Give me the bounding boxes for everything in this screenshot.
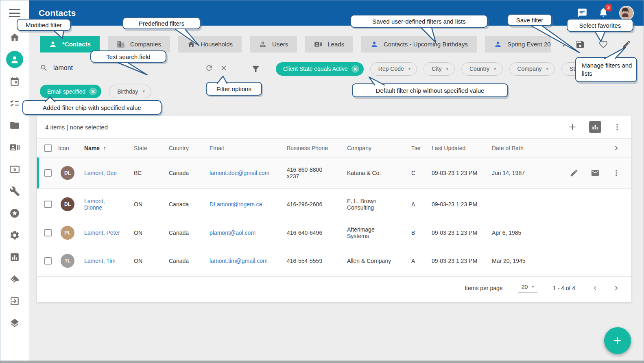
col-company[interactable]: Company bbox=[347, 145, 411, 151]
select-favorites-button[interactable] bbox=[598, 39, 608, 49]
filter-chip-birthday[interactable]: Birthday▾ bbox=[109, 85, 151, 98]
edit-icon[interactable] bbox=[570, 168, 579, 177]
search-icon bbox=[40, 64, 48, 72]
tab-leads[interactable]: Leads bbox=[305, 36, 353, 52]
filter-chip-rep-code[interactable]: Rep Code▾ bbox=[370, 62, 417, 76]
clear-search-button[interactable] bbox=[220, 64, 228, 72]
col-email[interactable]: Email bbox=[210, 145, 287, 151]
callout-added-filter-chip: Added filter chip with specified value bbox=[22, 100, 162, 115]
filter-chip-country[interactable]: Country▾ bbox=[461, 62, 503, 76]
sidebar-item-reports[interactable] bbox=[0, 246, 29, 268]
contacts-active-icon bbox=[6, 51, 23, 68]
contact-name-link[interactable]: Lamont, Tim bbox=[84, 258, 134, 264]
col-state[interactable]: State bbox=[134, 145, 169, 151]
tab-households[interactable]: Households bbox=[178, 36, 242, 52]
email-link[interactable]: lamont.dee@gmail.com bbox=[210, 170, 287, 176]
row-checkbox[interactable] bbox=[44, 257, 52, 265]
sidebar-item-layers[interactable] bbox=[0, 312, 29, 334]
home-icon bbox=[9, 32, 20, 43]
refresh-button[interactable] bbox=[205, 64, 213, 72]
more-options-icon[interactable] bbox=[613, 122, 622, 131]
email-icon[interactable] bbox=[591, 168, 600, 177]
chip-label: Company bbox=[517, 66, 542, 72]
expand-columns-button[interactable] bbox=[551, 144, 631, 153]
filter-chip-email-specified[interactable]: Email specified × bbox=[40, 85, 101, 98]
calendar-icon bbox=[9, 76, 20, 87]
filter-chip-city[interactable]: City▾ bbox=[424, 62, 455, 76]
next-page-button[interactable] bbox=[612, 284, 621, 293]
add-contact-fab[interactable] bbox=[604, 327, 631, 354]
sidebar-item-settings[interactable] bbox=[0, 224, 29, 246]
col-tier[interactable]: Tier bbox=[411, 145, 432, 151]
contact-name-link[interactable]: Lamont, Dee bbox=[84, 170, 134, 176]
menu-icon[interactable] bbox=[9, 9, 20, 17]
filter-chip-client-state[interactable]: Client State equals Active × bbox=[276, 62, 364, 76]
search-input[interactable] bbox=[52, 64, 199, 72]
table-row[interactable]: DL Lamont, Dee BC Canada lamont.dee@gmai… bbox=[37, 157, 631, 189]
results-card: 4 items | none selected Icon Name ↑ Stat… bbox=[37, 116, 631, 302]
sidebar-item-favorites[interactable] bbox=[0, 202, 29, 224]
filter-options-button[interactable] bbox=[251, 64, 260, 74]
table-row[interactable]: PL Lamont, Peter ON Canada plamont@aol.c… bbox=[37, 220, 631, 245]
add-icon[interactable] bbox=[567, 122, 578, 132]
sidebar-item-folder[interactable] bbox=[0, 114, 29, 136]
previous-page-button[interactable] bbox=[591, 284, 600, 293]
select-all-checkbox[interactable] bbox=[44, 144, 52, 152]
sidebar-item-billing[interactable]: $ bbox=[0, 158, 29, 180]
page-title: Contacts bbox=[39, 8, 76, 18]
tab-users[interactable]: Users bbox=[250, 36, 297, 52]
col-business-phone[interactable]: Business Phone bbox=[287, 145, 347, 151]
tab-spring-event[interactable]: Spring Event 2023 Me bbox=[485, 36, 551, 52]
sidebar-item-contacts[interactable] bbox=[0, 48, 29, 70]
table-row[interactable]: DL Lamont, Dionne ON Canada DLamont@roge… bbox=[37, 189, 631, 220]
lead-card-icon bbox=[314, 40, 322, 48]
tab-contacts[interactable]: *Contacts bbox=[40, 36, 100, 52]
sidebar-item-tools[interactable] bbox=[0, 180, 29, 202]
person-icon bbox=[494, 40, 502, 48]
tab-companies[interactable]: Companies bbox=[108, 36, 170, 52]
cell-state: ON bbox=[134, 201, 169, 208]
col-last-updated[interactable]: Last Updated bbox=[432, 145, 492, 151]
save-filter-icon[interactable] bbox=[575, 39, 585, 49]
tabs-overflow-button[interactable] bbox=[559, 39, 569, 49]
table-row[interactable]: TL Lamont, Tim ON Canada lamont.tim@gmai… bbox=[37, 245, 631, 277]
notifications-button[interactable]: 3 bbox=[598, 7, 609, 19]
row-actions bbox=[551, 168, 631, 177]
col-name[interactable]: Name ↑ bbox=[84, 144, 134, 151]
tab-upcoming-birthdays[interactable]: Contacts - Upcoming Birthdays bbox=[361, 36, 477, 52]
more-options-icon[interactable] bbox=[612, 168, 621, 177]
contact-name-link[interactable]: Lamont, Dionne bbox=[84, 198, 134, 211]
row-checkbox[interactable] bbox=[44, 201, 52, 208]
page-size-select[interactable]: 20 ▾ bbox=[518, 284, 537, 293]
contact-name-link[interactable]: Lamont, Peter bbox=[84, 230, 134, 236]
chip-label: Rep Code bbox=[378, 66, 404, 72]
email-link[interactable]: plamont@aol.com bbox=[210, 230, 287, 236]
manage-filters-icon[interactable] bbox=[622, 39, 631, 49]
remove-chip-icon[interactable]: × bbox=[89, 87, 97, 95]
cell-last-updated: 09-03-23 1:23 PM bbox=[432, 230, 492, 236]
handshake-icon bbox=[9, 274, 20, 284]
tasks-icon bbox=[9, 98, 20, 109]
exit-icon bbox=[9, 296, 20, 306]
remove-chip-icon[interactable]: × bbox=[351, 65, 359, 73]
search-field[interactable] bbox=[40, 61, 228, 76]
sidebar-item-contact-cards[interactable] bbox=[0, 136, 29, 158]
chat-icon[interactable] bbox=[577, 8, 587, 18]
email-link[interactable]: lamont.tim@gmail.com bbox=[210, 258, 287, 264]
cell-company: E. L. Brown Consulting bbox=[347, 198, 411, 211]
col-date-of-birth[interactable]: Date of Birth bbox=[492, 145, 551, 151]
heart-icon bbox=[598, 39, 608, 49]
sidebar-item-calendar[interactable] bbox=[0, 70, 29, 92]
sidebar-item-partners[interactable] bbox=[0, 268, 29, 290]
row-checkbox[interactable] bbox=[44, 169, 52, 177]
filter-chip-company[interactable]: Company▾ bbox=[509, 62, 555, 76]
email-link[interactable]: DLamont@rogers.ca bbox=[210, 201, 287, 208]
row-checkbox[interactable] bbox=[44, 229, 52, 236]
col-country[interactable]: Country bbox=[169, 145, 210, 151]
callout-label: Predefined filters bbox=[139, 20, 185, 27]
user-avatar[interactable] bbox=[619, 6, 634, 20]
avatar: TL bbox=[61, 254, 74, 268]
sidebar-item-sign-out[interactable] bbox=[0, 290, 29, 312]
chart-view-button[interactable] bbox=[589, 121, 601, 133]
items-per-page-label: Items per page bbox=[465, 285, 502, 291]
